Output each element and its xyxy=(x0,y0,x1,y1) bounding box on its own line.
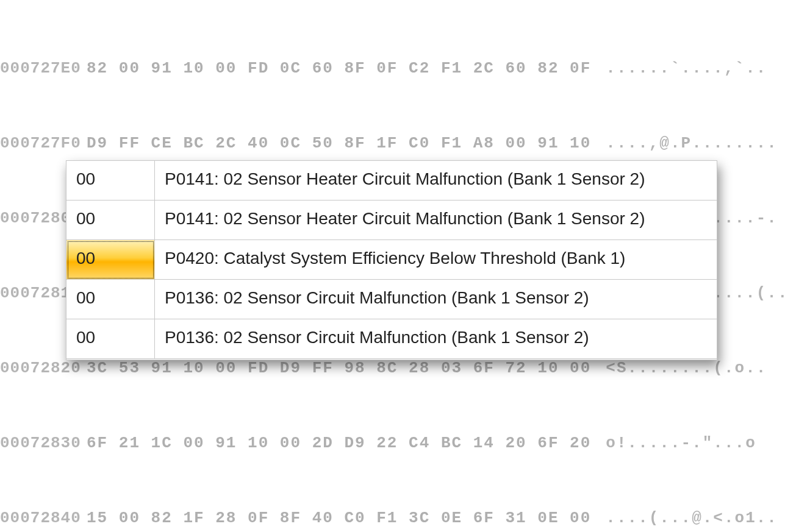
dtc-code-cell-selected[interactable]: 00 xyxy=(66,240,155,280)
table-row-selected[interactable]: 00 P0420: Catalyst System Efficiency Bel… xyxy=(66,240,717,280)
dtc-desc-cell[interactable]: P0136: 02 Sensor Circuit Malfunction (Ba… xyxy=(155,319,717,359)
table-row[interactable]: 00 P0141: 02 Sensor Heater Circuit Malfu… xyxy=(66,200,717,240)
dtc-desc-cell[interactable]: P0141: 02 Sensor Heater Circuit Malfunct… xyxy=(155,200,717,240)
dtc-code-cell[interactable]: 00 xyxy=(66,319,155,359)
table-row-empty xyxy=(66,359,717,360)
dtc-code-cell[interactable]: 00 xyxy=(66,161,155,200)
dtc-table[interactable]: 00 P0141: 02 Sensor Heater Circuit Malfu… xyxy=(66,160,717,360)
hex-row: 0007284015 00 82 1F 28 0F 8F 40 C0 F1 3C… xyxy=(0,506,785,531)
table-row[interactable]: 00 P0136: 02 Sensor Circuit Malfunction … xyxy=(66,319,717,359)
dtc-desc-cell[interactable]: P0420: Catalyst System Efficiency Below … xyxy=(155,240,717,280)
empty-cell xyxy=(66,359,717,360)
hex-addr: 000727E0 xyxy=(0,56,79,81)
hex-row: 000728306F 21 1C 00 91 10 00 2D D9 22 C4… xyxy=(0,431,785,456)
hex-row: 000727F0D9 FF CE BC 2C 40 0C 50 8F 1F C0… xyxy=(0,131,785,156)
table-row[interactable]: 00 P0141: 02 Sensor Heater Circuit Malfu… xyxy=(66,161,717,200)
table-row[interactable]: 00 P0136: 02 Sensor Circuit Malfunction … xyxy=(66,280,717,319)
dtc-desc-cell[interactable]: P0141: 02 Sensor Heater Circuit Malfunct… xyxy=(155,161,717,200)
hex-bytes: 82 00 91 10 00 FD 0C 60 8F 0F C2 F1 2C 6… xyxy=(79,56,591,81)
dtc-code-cell[interactable]: 00 xyxy=(66,200,155,240)
dtc-code-cell[interactable]: 00 xyxy=(66,280,155,319)
hex-row: 000727E082 00 91 10 00 FD 0C 60 8F 0F C2… xyxy=(0,56,785,81)
hex-ascii: ......`....,`.. xyxy=(591,56,767,81)
dtc-desc-cell[interactable]: P0136: 02 Sensor Circuit Malfunction (Ba… xyxy=(155,280,717,319)
